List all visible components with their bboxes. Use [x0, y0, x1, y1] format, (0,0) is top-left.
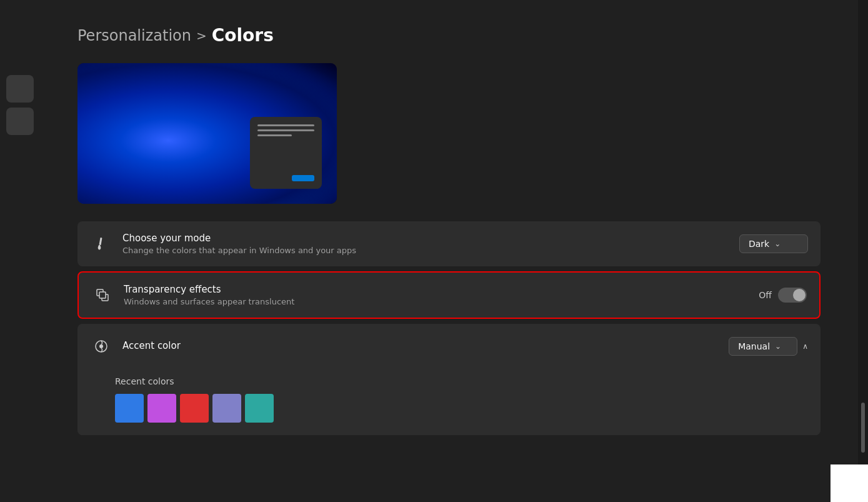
- transparency-section: Transparency effects Windows and surface…: [77, 271, 821, 319]
- swatch-red[interactable]: [180, 394, 209, 423]
- dialog-button-row: [257, 175, 314, 181]
- transparency-title: Transparency effects: [124, 284, 759, 295]
- accent-color-dropdown[interactable]: Manual ⌄: [729, 337, 797, 356]
- choose-mode-value: Dark: [749, 239, 769, 249]
- sidebar: [0, 0, 40, 502]
- bottom-right-panel: [831, 464, 868, 502]
- dialog-line-3: [257, 134, 292, 136]
- choose-mode-section: Choose your mode Change the colors that …: [77, 221, 821, 266]
- scrollbar-thumb[interactable]: [861, 403, 865, 453]
- breadcrumb-separator: >: [196, 28, 207, 43]
- svg-rect-3: [99, 292, 106, 298]
- dialog-ok-button: [292, 175, 314, 181]
- swatch-teal[interactable]: [245, 394, 274, 423]
- accent-color-value: Manual: [738, 341, 770, 351]
- transparency-toggle-container: Off: [759, 288, 807, 303]
- breadcrumb: Personalization > Colors: [77, 25, 821, 46]
- transparency-row: Transparency effects Windows and surface…: [79, 273, 819, 318]
- transparency-text: Transparency effects Windows and surface…: [124, 284, 759, 306]
- paintbrush-icon: [90, 233, 112, 255]
- transparency-toggle-label: Off: [759, 290, 772, 300]
- transparency-icon: [91, 284, 114, 306]
- accent-color-row: Accent color Manual ⌄ ∧: [77, 324, 821, 369]
- choose-mode-subtitle: Change the colors that appear in Windows…: [122, 246, 739, 255]
- recent-colors-section: Recent colors: [77, 369, 821, 435]
- chevron-up-icon[interactable]: ∧: [802, 342, 808, 351]
- transparency-subtitle: Windows and surfaces appear translucent: [124, 297, 759, 306]
- transparency-control: Off: [759, 288, 807, 303]
- sidebar-nav-btn-2[interactable]: [6, 108, 34, 135]
- dialog-line-2: [257, 129, 314, 131]
- dialog-preview: [250, 117, 322, 189]
- sidebar-nav-btn-1[interactable]: [6, 75, 34, 103]
- chevron-down-icon-2: ⌄: [775, 342, 781, 351]
- svg-rect-0: [99, 238, 102, 245]
- breadcrumb-current: Colors: [212, 25, 274, 46]
- color-swatches: [115, 394, 808, 423]
- color-wheel-icon: [90, 335, 112, 358]
- accent-color-section: Accent color Manual ⌄ ∧ Recent colors: [77, 324, 821, 435]
- accent-color-control: Manual ⌄ ∧: [729, 337, 808, 356]
- accent-color-text: Accent color: [122, 340, 729, 353]
- main-content: Personalization > Colors: [40, 0, 858, 502]
- theme-preview: [77, 63, 337, 204]
- recent-colors-title: Recent colors: [115, 376, 808, 386]
- choose-mode-text: Choose your mode Change the colors that …: [122, 233, 739, 255]
- swatch-blue[interactable]: [115, 394, 144, 423]
- choose-mode-row: Choose your mode Change the colors that …: [77, 221, 821, 266]
- svg-point-5: [99, 344, 103, 348]
- transparency-toggle[interactable]: [778, 288, 807, 303]
- chevron-down-icon: ⌄: [774, 239, 781, 248]
- breadcrumb-parent[interactable]: Personalization: [77, 27, 191, 44]
- scrollbar[interactable]: [858, 0, 868, 502]
- accent-color-title: Accent color: [122, 340, 729, 351]
- swatch-lavender[interactable]: [212, 394, 241, 423]
- choose-mode-dropdown[interactable]: Dark ⌄: [739, 234, 808, 253]
- choose-mode-control: Dark ⌄: [739, 234, 808, 253]
- swatch-purple[interactable]: [147, 394, 176, 423]
- choose-mode-title: Choose your mode: [122, 233, 739, 244]
- dialog-line-1: [257, 124, 314, 126]
- toggle-thumb: [793, 289, 806, 301]
